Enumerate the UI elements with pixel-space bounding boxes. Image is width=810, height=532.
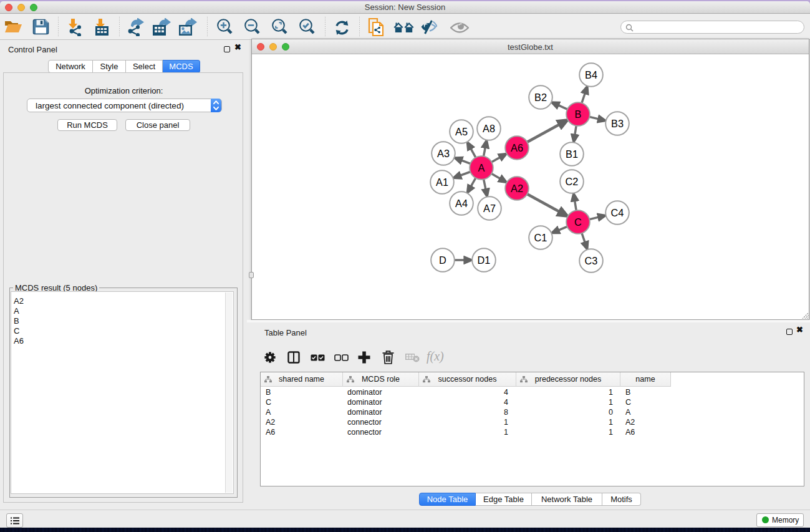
svg-text:A3: A3 [437,148,450,159]
svg-text:D1: D1 [478,254,491,266]
svg-text:B3: B3 [611,118,624,129]
svg-text:A2: A2 [511,183,523,194]
svg-text:B4: B4 [585,69,597,80]
svg-text:A5: A5 [455,126,468,137]
svg-text:B1: B1 [566,148,578,160]
svg-text:C3: C3 [585,255,598,266]
svg-text:C2: C2 [566,176,579,187]
svg-text:D: D [439,254,446,266]
svg-text:A4: A4 [455,198,468,209]
svg-text:C1: C1 [534,232,547,243]
svg-text:B: B [575,109,582,120]
svg-text:C: C [574,216,582,228]
svg-text:A8: A8 [483,123,495,134]
svg-text:A6: A6 [511,142,523,153]
svg-text:B2: B2 [534,92,547,103]
svg-text:C4: C4 [611,207,624,218]
svg-text:A7: A7 [483,203,496,214]
svg-text:A: A [478,162,485,173]
svg-text:A1: A1 [436,177,448,188]
